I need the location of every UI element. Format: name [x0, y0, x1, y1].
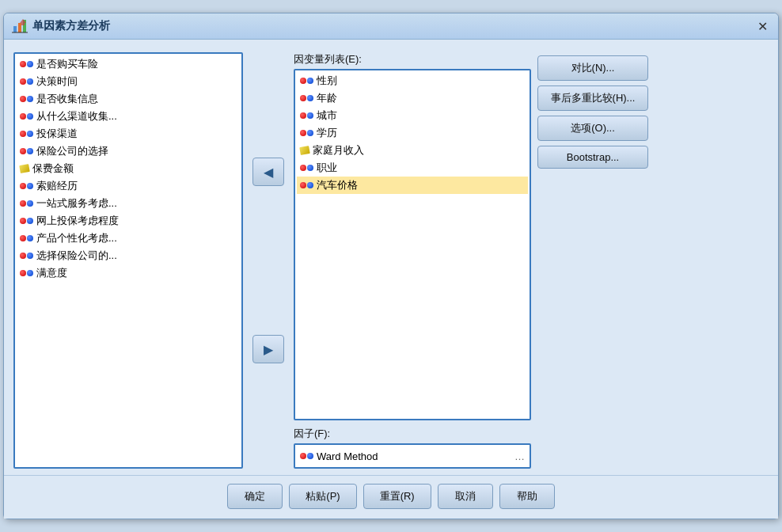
- move-to-factor2-button[interactable]: ▶: [252, 335, 284, 363]
- item-icon: [20, 165, 29, 173]
- factor-ellipsis: …: [514, 450, 525, 462]
- factor-field-section: 因子(F): Ward Method …: [294, 427, 531, 469]
- move-to-factor-button[interactable]: ◀: [252, 158, 284, 186]
- list-item-label: 一站式服务考虑...: [36, 196, 117, 211]
- item-icon: [300, 165, 313, 171]
- list-item[interactable]: 选择保险公司的...: [17, 247, 240, 264]
- item-icon: [20, 200, 33, 207]
- bottom-bar: 确定 粘贴(P) 重置(R) 取消 帮助: [4, 475, 778, 519]
- dialog-icon: [12, 18, 28, 34]
- list-item-label: 选择保险公司的...: [36, 249, 117, 263]
- factor-list-item[interactable]: 城市: [297, 107, 528, 124]
- list-item[interactable]: 决策时间: [17, 73, 240, 90]
- factor-list-item[interactable]: 汽车价格: [297, 177, 528, 194]
- factor-input[interactable]: Ward Method …: [294, 443, 531, 469]
- factor-list-item-label: 家庭月收入: [313, 143, 364, 158]
- item-icon: [300, 112, 313, 119]
- factor-icon: [300, 453, 313, 459]
- factor-list-item-label: 学历: [317, 126, 337, 140]
- variable-list-container: 是否购买车险决策时间是否收集信息从什么渠道收集...投保渠道保险公司的选择保费金…: [13, 52, 243, 469]
- item-icon: [20, 183, 33, 189]
- bootstrap-button[interactable]: Bootstrap...: [537, 146, 648, 169]
- item-icon: [20, 113, 33, 120]
- svg-rect-1: [18, 23, 21, 32]
- factor-list-item-label: 年龄: [317, 91, 337, 105]
- list-item[interactable]: 产品个性化考虑...: [17, 230, 240, 247]
- list-item-label: 决策时间: [36, 74, 78, 89]
- options-button[interactable]: 选项(O)...: [537, 116, 648, 141]
- factor-list-item-label: 性别: [317, 74, 337, 88]
- factor-list-item[interactable]: 职业: [297, 159, 528, 177]
- item-icon: [300, 78, 313, 84]
- item-icon: [20, 78, 33, 85]
- factor-list-item[interactable]: 家庭月收入: [297, 142, 528, 159]
- list-item[interactable]: 满意度: [17, 264, 240, 282]
- ok-button[interactable]: 确定: [227, 484, 283, 509]
- factor-list-item[interactable]: 性别: [297, 72, 528, 89]
- list-item-label: 是否购买车险: [36, 57, 98, 71]
- help-button[interactable]: 帮助: [499, 484, 555, 509]
- list-item[interactable]: 从什么渠道收集...: [17, 108, 240, 125]
- reset-button[interactable]: 重置(R): [363, 484, 431, 509]
- content-area: 是否购买车险决策时间是否收集信息从什么渠道收集...投保渠道保险公司的选择保费金…: [4, 40, 778, 475]
- item-icon: [300, 146, 309, 154]
- item-icon: [20, 253, 33, 259]
- list-item-label: 从什么渠道收集...: [36, 109, 117, 124]
- close-button[interactable]: ✕: [754, 18, 770, 34]
- item-icon: [20, 96, 33, 102]
- middle-column: 因变量列表(E): 性别年龄城市学历家庭月收入职业汽车价格 因子(F): War…: [294, 52, 531, 469]
- factor-list[interactable]: 性别年龄城市学历家庭月收入职业汽车价格: [294, 69, 531, 420]
- list-item-label: 产品个性化考虑...: [36, 231, 117, 245]
- list-item[interactable]: 保费金额: [17, 160, 240, 177]
- paste-button[interactable]: 粘贴(P): [289, 484, 356, 509]
- arrow-column: ◀ ▶: [249, 52, 287, 469]
- cancel-button[interactable]: 取消: [438, 484, 493, 509]
- list-item-label: 满意度: [36, 266, 67, 280]
- list-item-label: 保费金额: [32, 162, 74, 176]
- item-icon: [20, 131, 33, 137]
- list-item[interactable]: 保险公司的选择: [17, 142, 240, 160]
- post-hoc-button[interactable]: 事后多重比较(H)...: [537, 86, 648, 111]
- variable-list[interactable]: 是否购买车险决策时间是否收集信息从什么渠道收集...投保渠道保险公司的选择保费金…: [13, 52, 243, 469]
- factor-list-item-label: 汽车价格: [317, 178, 358, 192]
- item-icon: [20, 235, 33, 241]
- factor-field-label: 因子(F):: [294, 427, 531, 441]
- factor-list-container: 因变量列表(E): 性别年龄城市学历家庭月收入职业汽车价格: [294, 52, 531, 420]
- list-item[interactable]: 是否购买车险: [17, 55, 240, 73]
- list-item[interactable]: 投保渠道: [17, 125, 240, 142]
- factor-value: Ward Method: [317, 450, 378, 462]
- list-item[interactable]: 一站式服务考虑...: [17, 195, 240, 212]
- dialog-title: 单因素方差分析: [32, 19, 110, 33]
- item-icon: [20, 148, 33, 154]
- item-icon: [20, 218, 33, 224]
- svg-rect-0: [13, 26, 17, 32]
- compare-button[interactable]: 对比(N)...: [537, 55, 648, 81]
- factor-list-item-label: 城市: [317, 108, 337, 123]
- right-buttons: 对比(N)... 事后多重比较(H)... 选项(O)... Bootstrap…: [537, 52, 648, 469]
- factor-list-label: 因变量列表(E):: [294, 52, 531, 66]
- arrow-left-icon: ◀: [264, 165, 273, 180]
- arrow-right-icon: ▶: [264, 342, 273, 357]
- item-icon: [20, 270, 33, 276]
- list-item[interactable]: 索赔经历: [17, 177, 240, 195]
- factor-list-item-label: 职业: [317, 161, 337, 175]
- list-item-label: 网上投保考虑程度: [36, 214, 119, 228]
- list-item-label: 索赔经历: [36, 179, 78, 193]
- item-icon: [20, 61, 33, 67]
- factor-list-item[interactable]: 学历: [297, 124, 528, 142]
- list-item-label: 投保渠道: [36, 127, 78, 141]
- main-dialog: 单因素方差分析 ✕ 是否购买车险决策时间是否收集信息从什么渠道收集...投保渠道…: [3, 13, 779, 519]
- factor-list-item[interactable]: 年龄: [297, 89, 528, 107]
- list-item-label: 是否收集信息: [36, 92, 98, 106]
- item-icon: [300, 130, 313, 136]
- titlebar-left: 单因素方差分析: [12, 18, 110, 34]
- list-item[interactable]: 网上投保考虑程度: [17, 212, 240, 230]
- list-item[interactable]: 是否收集信息: [17, 90, 240, 108]
- item-icon: [300, 95, 313, 101]
- item-icon: [300, 182, 313, 188]
- titlebar: 单因素方差分析 ✕: [4, 13, 778, 40]
- list-item-label: 保险公司的选择: [36, 144, 108, 158]
